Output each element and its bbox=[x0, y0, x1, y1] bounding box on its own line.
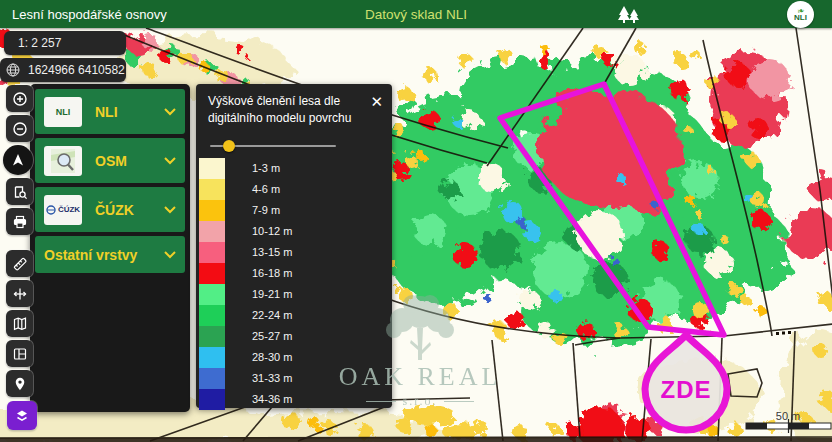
layers-panel: NLI NLI OSM bbox=[30, 84, 190, 412]
legend-color-swatch bbox=[199, 284, 225, 305]
layer-row-other[interactable]: Ostatní vrstvy bbox=[35, 236, 185, 273]
close-icon[interactable]: ✕ bbox=[370, 91, 383, 113]
legend-panel: Výškové členění lesa dle digitálního mod… bbox=[196, 84, 392, 408]
legend-item: 4-6 m bbox=[196, 179, 392, 200]
legend-color-swatch bbox=[199, 158, 225, 179]
layer-label: Ostatní vrstvy bbox=[44, 247, 164, 263]
cuzk-thumb-text: ČÚZK bbox=[58, 205, 80, 214]
legend-item-label: 25-27 m bbox=[252, 330, 292, 342]
map-toolbar bbox=[6, 85, 38, 433]
layer-label: OSM bbox=[95, 153, 164, 169]
legend-opacity-slider[interactable] bbox=[210, 140, 378, 152]
layer-row-cuzk[interactable]: ČÚZK ČÚZK bbox=[35, 187, 185, 232]
location-pin-button[interactable] bbox=[6, 370, 33, 397]
zoom-out-button[interactable] bbox=[6, 115, 33, 142]
osm-layer-thumbnail bbox=[44, 146, 82, 176]
legend-item-label: 31-33 m bbox=[252, 372, 292, 384]
legend-item-label: 13-15 m bbox=[252, 246, 292, 258]
legend-color-swatch bbox=[199, 368, 225, 389]
layer-label: NLI bbox=[95, 104, 164, 120]
legend-item: 13-15 m bbox=[196, 242, 392, 263]
bottom-edge-strip bbox=[0, 438, 832, 442]
legend-item-label: 1-3 m bbox=[252, 162, 280, 174]
print-button[interactable] bbox=[6, 208, 33, 235]
layer-row-nli[interactable]: NLI NLI bbox=[35, 89, 185, 134]
nli-layer-thumbnail: NLI bbox=[44, 97, 82, 127]
map-search-button[interactable] bbox=[6, 178, 33, 205]
legend-color-swatch bbox=[199, 326, 225, 347]
basemap-layers-button[interactable] bbox=[7, 401, 37, 430]
legend-item-label: 7-9 m bbox=[252, 204, 280, 216]
legend-color-swatch bbox=[199, 179, 225, 200]
legend-color-swatch bbox=[199, 347, 225, 368]
legend-item-label: 22-24 m bbox=[252, 309, 292, 321]
legend-item: 31-33 m bbox=[196, 368, 392, 389]
zde-marker-label: ZDE bbox=[661, 376, 712, 403]
legend-item-label: 16-18 m bbox=[252, 267, 292, 279]
map-scale-box: 1: 2 257 bbox=[4, 31, 126, 55]
legend-item-label: 28-30 m bbox=[252, 351, 292, 363]
cuzk-layer-thumbnail: ČÚZK bbox=[44, 195, 82, 225]
app-header: Lesní hospodářské osnovy Datový sklad NL… bbox=[0, 0, 832, 28]
layer-label: ČÚZK bbox=[95, 202, 164, 218]
chevron-down-icon bbox=[164, 108, 176, 116]
measure-length-button[interactable] bbox=[6, 250, 33, 277]
legend-item: 34-36 m bbox=[196, 389, 392, 410]
legend-item: 22-24 m bbox=[196, 305, 392, 326]
map-coordinates-box: 1624966 6410582 bbox=[0, 58, 126, 82]
legend-item: 19-21 m bbox=[196, 284, 392, 305]
nli-logo-badge[interactable]: ❧ NLI bbox=[787, 1, 814, 28]
legend-item: 10-12 m bbox=[196, 221, 392, 242]
globe-icon bbox=[5, 62, 21, 78]
legend-item: 7-9 m bbox=[196, 200, 392, 221]
legend-color-swatch bbox=[199, 305, 225, 326]
legend-color-swatch bbox=[199, 200, 225, 221]
forest-icon[interactable] bbox=[616, 4, 642, 28]
layer-row-osm[interactable]: OSM bbox=[35, 138, 185, 183]
chevron-down-icon bbox=[164, 206, 176, 214]
layout-panels-button[interactable] bbox=[6, 340, 33, 367]
legend-item: 16-18 m bbox=[196, 263, 392, 284]
map-scale-value: 1: 2 257 bbox=[18, 36, 61, 50]
legend-item-label: 19-21 m bbox=[252, 288, 292, 300]
legend-item: 25-27 m bbox=[196, 326, 392, 347]
chevron-down-icon bbox=[164, 157, 176, 165]
chevron-down-icon bbox=[164, 251, 176, 259]
nli-thumb-text: NLI bbox=[56, 107, 71, 117]
legend-item: 28-30 m bbox=[196, 347, 392, 368]
legend-list: 1-3 m 4-6 m 7-9 m 10-12 m bbox=[196, 158, 392, 410]
legend-slider-knob[interactable] bbox=[223, 140, 235, 152]
app-window: 50 m ZDE Lesní hospodářské osnovy Datový… bbox=[0, 0, 832, 442]
legend-item-label: 10-12 m bbox=[252, 225, 292, 237]
legend-item-label: 34-36 m bbox=[252, 393, 292, 405]
legend-color-swatch bbox=[199, 263, 225, 284]
zoom-in-button[interactable] bbox=[6, 85, 33, 112]
nli-leaf-icon: ❧ bbox=[796, 7, 805, 15]
measure-width-button[interactable] bbox=[6, 280, 33, 307]
legend-item: 1-3 m bbox=[196, 158, 392, 179]
map-book-button[interactable] bbox=[6, 310, 33, 337]
legend-item-label: 4-6 m bbox=[252, 183, 280, 195]
legend-color-swatch bbox=[199, 221, 225, 242]
legend-color-swatch bbox=[199, 389, 225, 410]
legend-color-swatch bbox=[199, 242, 225, 263]
map-coordinates-value: 1624966 6410582 bbox=[28, 63, 125, 77]
compass-button[interactable] bbox=[3, 145, 33, 175]
legend-title: Výškové členění lesa dle digitálního mod… bbox=[208, 94, 351, 125]
page-title: Datový sklad NLI bbox=[0, 7, 832, 22]
